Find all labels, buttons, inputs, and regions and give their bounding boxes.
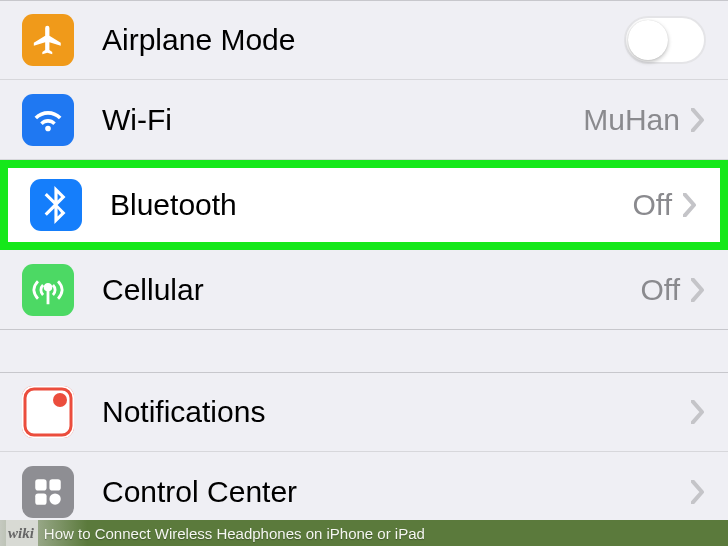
settings-group-2: Notifications Control Center bbox=[0, 372, 728, 532]
control-center-label: Control Center bbox=[102, 475, 690, 509]
airplane-label: Airplane Mode bbox=[102, 23, 624, 57]
wifi-label: Wi-Fi bbox=[102, 103, 583, 137]
bluetooth-icon bbox=[30, 179, 82, 231]
row-wifi[interactable]: Wi-Fi MuHan bbox=[0, 80, 728, 160]
chevron-right-icon bbox=[682, 191, 698, 219]
chevron-right-icon bbox=[690, 276, 706, 304]
svg-rect-3 bbox=[35, 479, 46, 490]
chevron-right-icon bbox=[690, 398, 706, 426]
notifications-label: Notifications bbox=[102, 395, 690, 429]
footer-title: How to Connect Wireless Headphones on iP… bbox=[38, 525, 425, 542]
svg-rect-0 bbox=[22, 386, 74, 438]
svg-point-2 bbox=[53, 393, 67, 407]
airplane-toggle[interactable] bbox=[624, 16, 706, 64]
chevron-right-icon bbox=[690, 478, 706, 506]
control-center-icon bbox=[22, 466, 74, 518]
svg-point-6 bbox=[49, 493, 60, 504]
wifi-value: MuHan bbox=[583, 103, 680, 137]
settings-list: Airplane Mode Wi-Fi MuHan Bluetooth bbox=[0, 0, 728, 532]
svg-rect-4 bbox=[49, 479, 60, 490]
bluetooth-highlight: Bluetooth Off bbox=[0, 160, 728, 250]
cellular-value: Off bbox=[641, 273, 680, 307]
row-cellular[interactable]: Cellular Off bbox=[0, 250, 728, 330]
settings-group-1: Airplane Mode Wi-Fi MuHan Bluetooth bbox=[0, 0, 728, 330]
cellular-label: Cellular bbox=[102, 273, 641, 307]
wifi-icon bbox=[22, 94, 74, 146]
notifications-icon bbox=[22, 386, 74, 438]
row-airplane-mode[interactable]: Airplane Mode bbox=[0, 0, 728, 80]
chevron-right-icon bbox=[690, 106, 706, 134]
svg-rect-5 bbox=[35, 493, 46, 504]
footer-brand: wiki bbox=[6, 520, 38, 546]
row-notifications[interactable]: Notifications bbox=[0, 372, 728, 452]
cellular-icon bbox=[22, 264, 74, 316]
bluetooth-value: Off bbox=[633, 188, 672, 222]
wikihow-footer: wiki How to Connect Wireless Headphones … bbox=[0, 520, 728, 546]
bluetooth-label: Bluetooth bbox=[110, 188, 633, 222]
row-bluetooth[interactable]: Bluetooth Off bbox=[8, 168, 720, 242]
airplane-icon bbox=[22, 14, 74, 66]
toggle-knob bbox=[628, 20, 668, 60]
